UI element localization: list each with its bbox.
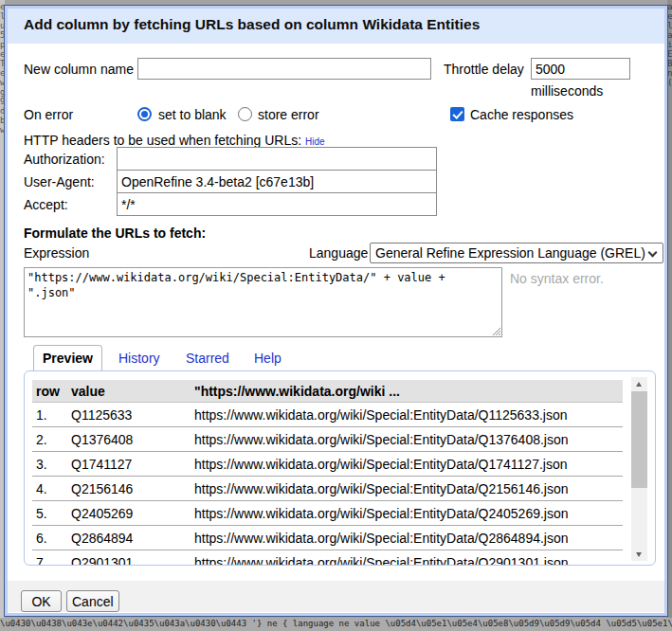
cache-responses-label[interactable]: Cache responses <box>470 107 573 122</box>
throttle-delay-label: Throttle delay <box>444 62 524 77</box>
cell-row: 4. <box>32 481 71 496</box>
dialog-title-bar: Add column by fetching URLs based on col… <box>8 9 664 44</box>
table-row: 2.Q1376408https://www.wikidata.org/wiki/… <box>32 427 623 452</box>
cell-value: Q2156146 <box>71 481 194 496</box>
cell-row: 6. <box>32 531 71 546</box>
table-row: 6.Q2864894https://www.wikidata.org/wiki/… <box>32 526 623 550</box>
tab-help[interactable]: Help <box>254 351 282 366</box>
cell-url: https://www.wikidata.org/wiki/Special:En… <box>194 555 623 567</box>
tab-starred[interactable]: Starred <box>186 351 229 366</box>
scrollbar[interactable] <box>631 377 647 561</box>
throttle-delay-input[interactable] <box>531 58 630 80</box>
preview-table-header: row value "https://www.wikidata.org/wiki… <box>32 380 623 403</box>
tab-preview[interactable]: Preview <box>33 345 102 371</box>
add-column-fetch-urls-dialog: Add column by fetching URLs based on col… <box>4 5 668 617</box>
expression-label: Expression <box>24 245 89 261</box>
dialog-title: Add column by fetching URLs based on col… <box>24 16 480 33</box>
new-column-name-input[interactable] <box>137 58 431 80</box>
table-row: 1.Q1125633https://www.wikidata.org/wiki/… <box>32 403 623 427</box>
radio-set-to-blank-label[interactable]: set to blank <box>158 107 227 122</box>
preview-panel: row value "https://www.wikidata.org/wiki… <box>24 370 656 566</box>
cell-row: 1. <box>32 407 71 423</box>
cell-value: Q1125633 <box>71 407 194 423</box>
ok-button[interactable]: OK <box>21 590 62 612</box>
cell-row: 3. <box>32 457 71 472</box>
cancel-button[interactable]: Cancel <box>66 590 119 612</box>
cell-value: Q1741127 <box>71 457 194 472</box>
cell-value: Q2405269 <box>71 506 194 521</box>
cell-value: Q1376408 <box>71 432 194 447</box>
cell-url: https://www.wikidata.org/wiki/Special:En… <box>194 481 623 496</box>
http-headers-label: HTTP headers to be used when fetching UR… <box>24 133 325 148</box>
cell-row: 5. <box>32 506 71 521</box>
cache-responses-checkbox[interactable] <box>450 107 464 121</box>
throttle-unit-label: milliseconds <box>531 83 603 99</box>
authorization-label: Authorization: <box>24 152 105 167</box>
user-agent-label: User-Agent: <box>24 174 95 189</box>
table-row: 5.Q2405269https://www.wikidata.org/wiki/… <box>32 501 623 526</box>
on-error-label: On error <box>24 107 73 122</box>
table-row: 3.Q1741127https://www.wikidata.org/wiki/… <box>32 452 623 477</box>
language-select[interactable]: General Refine Expression Language (GREL… <box>370 243 663 263</box>
header-row: row <box>32 384 71 399</box>
cell-row: 2. <box>32 432 71 447</box>
language-label: Language <box>309 245 368 261</box>
resize-grip-icon[interactable] <box>492 327 501 336</box>
preview-table: row value "https://www.wikidata.org/wiki… <box>32 380 623 566</box>
table-row: 7.Q2901301https://www.wikidata.org/wiki/… <box>32 550 623 566</box>
radio-store-error[interactable] <box>238 107 252 121</box>
syntax-status: No syntax error. <box>510 271 604 286</box>
header-value: value <box>71 384 194 399</box>
cell-url: https://www.wikidata.org/wiki/Special:En… <box>194 506 623 521</box>
scroll-down-icon[interactable] <box>631 548 647 561</box>
tab-history[interactable]: History <box>118 351 160 366</box>
cell-value: Q2901301 <box>71 555 194 567</box>
cell-url: https://www.wikidata.org/wiki/Special:En… <box>194 407 623 423</box>
expression-textarea[interactable] <box>24 267 502 337</box>
radio-set-to-blank[interactable] <box>137 107 152 121</box>
user-agent-input[interactable] <box>117 170 437 193</box>
formulate-label: Formulate the URLs to fetch: <box>24 225 206 241</box>
dialog-footer: OK Cancel <box>8 581 664 612</box>
cell-value: Q2864894 <box>71 531 194 546</box>
accept-label: Accept: <box>24 197 68 212</box>
authorization-input[interactable] <box>117 147 437 171</box>
cell-row: 7. <box>32 555 71 567</box>
accept-input[interactable] <box>117 192 437 216</box>
cell-url: https://www.wikidata.org/wiki/Special:En… <box>194 531 623 546</box>
radio-store-error-label[interactable]: store error <box>258 107 319 122</box>
cell-url: https://www.wikidata.org/wiki/Special:En… <box>194 432 623 447</box>
header-url: "https://www.wikidata.org/wiki ... <box>194 384 623 399</box>
scroll-up-icon[interactable] <box>631 377 647 390</box>
table-row: 4.Q2156146https://www.wikidata.org/wiki/… <box>32 477 623 501</box>
cell-url: https://www.wikidata.org/wiki/Special:En… <box>194 457 623 472</box>
background-page-bottom: \u0430\u0438\u043e\u0442\u0435\u043a\u04… <box>0 618 672 631</box>
new-column-name-label: New column name <box>24 62 134 77</box>
chevron-down-icon <box>648 248 658 258</box>
scrollbar-thumb[interactable] <box>631 391 647 488</box>
